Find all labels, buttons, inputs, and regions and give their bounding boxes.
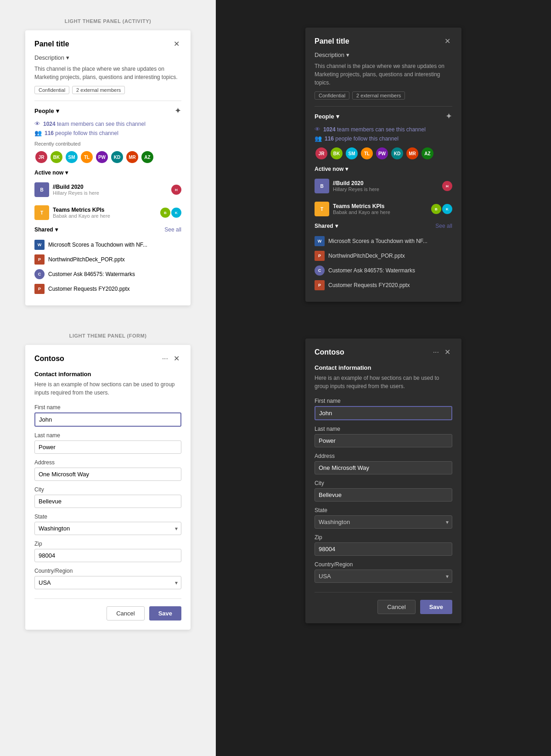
form-label-state: State: [34, 513, 181, 520]
dark-file-icon-word: W: [315, 236, 325, 246]
cancel-button-form[interactable]: Cancel: [107, 606, 144, 621]
dark-members-count-row: 👁 1024 team members can see this channel: [315, 126, 452, 133]
dark-activity-title-teams: Teams Metrics KPIs: [333, 203, 390, 209]
dark-contact-info-desc: Here is an example of how sections can b…: [315, 374, 452, 390]
more-options-button[interactable]: ···: [162, 355, 168, 363]
active-now-chevron-icon: ▾: [65, 169, 68, 176]
dark-form-group-zip: Zip: [315, 534, 452, 556]
dark-contoso-actions: ··· ✕: [433, 348, 452, 357]
dark-activity-sub-build: Hillary Reyes is here: [333, 186, 379, 192]
dark-add-people-button[interactable]: ✦: [445, 111, 452, 121]
dark-tag-external: 2 external members: [352, 91, 405, 100]
dark-form-input-address[interactable]: [315, 461, 452, 474]
activity-avatars-build: H: [171, 185, 181, 195]
activity-sub-teams: Babak and Kayo are here: [53, 213, 110, 219]
dark-activity-avatars-teams: B K: [431, 204, 452, 214]
dark-shared-chevron-icon: ▾: [335, 223, 338, 229]
tag-confidential: Confidential: [34, 86, 69, 94]
dark-country-select-wrapper: USA ▾: [315, 570, 452, 583]
file-item-4: P Customer Requests FY2020.pptx: [34, 282, 181, 296]
people-label[interactable]: People ▾: [34, 107, 59, 114]
save-button-form[interactable]: Save: [149, 606, 181, 621]
form-label-address: Address: [34, 459, 181, 466]
dark-form-select-state[interactable]: Washington: [315, 515, 452, 529]
form-input-lastname[interactable]: [34, 440, 181, 454]
form-input-address[interactable]: [34, 468, 181, 481]
close-button-form[interactable]: ✕: [172, 354, 181, 363]
form-label-firstname: First name: [34, 404, 181, 411]
dark-form-label-state: State: [315, 507, 452, 513]
file-name-3: Customer Ask 846575: Watermarks: [48, 271, 135, 277]
add-people-button[interactable]: ✦: [174, 106, 181, 116]
dark-form-input-city[interactable]: [315, 488, 452, 502]
members-count-link[interactable]: 1024 team members can see this channel: [43, 121, 146, 127]
dark-description-row[interactable]: Description ▾: [315, 51, 452, 58]
close-button[interactable]: ✕: [172, 39, 181, 49]
dark-tags-row: Confidential 2 external members: [315, 91, 452, 100]
dark-mini-avatar: H: [442, 181, 452, 191]
panel-title: Panel title: [34, 40, 69, 48]
dark-panel-title: Panel title: [315, 37, 349, 45]
form-select-state[interactable]: Washington: [34, 522, 181, 535]
form-input-zip[interactable]: [34, 549, 181, 562]
dark-form-group-state: State Washington ▾: [315, 507, 452, 529]
shared-label[interactable]: Shared ▾: [34, 226, 58, 233]
see-all-link[interactable]: See all: [164, 226, 181, 233]
activity-item-left: B //Build 2020 Hillary Reyes is here: [34, 182, 99, 197]
dark-shared-text: Shared: [315, 223, 333, 229]
dark-close-button[interactable]: ✕: [443, 37, 452, 46]
avatars-row: JR BK SM TL PW KD MR AZ: [34, 150, 181, 164]
avatar: SM: [65, 150, 79, 164]
dark-file-item-4: P Customer Requests FY2020.pptx: [315, 278, 452, 293]
active-now-row[interactable]: Active now ▾: [34, 169, 181, 176]
form-select-country[interactable]: USA: [34, 576, 181, 589]
dark-form-input-zip[interactable]: [315, 542, 452, 556]
dark-form-input-firstname[interactable]: [315, 406, 452, 420]
form-input-firstname[interactable]: [34, 412, 181, 427]
form-label-country: Country/Region: [34, 568, 181, 574]
tags-row: Confidential 2 external members: [34, 86, 181, 94]
dark-file-name-1: Microsoft Scores a Touchdown with NF...: [328, 238, 427, 244]
dark-avatar: BK: [330, 147, 343, 160]
dark-active-now-row[interactable]: Active now ▾: [315, 166, 452, 172]
dark-activity-avatars-build: H: [442, 181, 452, 191]
recently-contributed-label: Recently contributed: [34, 141, 181, 147]
dark-activity-info-teams: Teams Metrics KPIs Babak and Kayo are he…: [333, 203, 390, 215]
avatar: PW: [95, 150, 109, 164]
dark-activity-sub-teams: Babak and Kayo are here: [333, 209, 390, 215]
followers-count-link[interactable]: 116 people follow this channel: [45, 130, 118, 136]
dark-people-label[interactable]: People ▾: [315, 113, 339, 120]
dark-followers-icon: 👥: [315, 135, 322, 142]
file-icon-ppt2: P: [34, 284, 45, 294]
activity-item-build: B //Build 2020 Hillary Reyes is here H: [34, 181, 181, 199]
description-text: This channel is the place where we share…: [34, 65, 181, 81]
dark-cancel-button-form[interactable]: Cancel: [377, 600, 415, 614]
followers-count-row: 👥 116 people follow this channel: [34, 130, 181, 136]
dark-see-all-link[interactable]: See all: [435, 223, 452, 229]
dark-close-button-form[interactable]: ✕: [443, 348, 452, 357]
dark-form-input-lastname[interactable]: [315, 434, 452, 447]
avatar: KD: [110, 150, 124, 164]
dark-state-select-wrapper: Washington ▾: [315, 515, 452, 529]
dark-form-select-country[interactable]: USA: [315, 570, 452, 583]
form-input-city[interactable]: [34, 495, 181, 508]
contact-info-title: Contact information: [34, 371, 181, 378]
activity-item-left: T Teams Metrics KPIs Babak and Kayo are …: [34, 205, 110, 220]
dark-shared-label[interactable]: Shared ▾: [315, 223, 338, 229]
description-row[interactable]: Description ▾: [34, 54, 181, 61]
dark-form-label-firstname: First name: [315, 398, 452, 404]
dark-active-now-chevron-icon: ▾: [345, 166, 348, 172]
dark-activity-title-build: //Build 2020: [333, 180, 379, 186]
people-section-header: People ▾ ✦: [34, 106, 181, 116]
dark-activity-panel: Panel title ✕ Description ▾ This channel…: [305, 28, 461, 302]
dark-save-button-form[interactable]: Save: [420, 600, 452, 614]
panel-header: Panel title ✕: [34, 39, 181, 49]
dark-members-count-link[interactable]: 1024 team members can see this channel: [323, 126, 426, 133]
dark-form-label-country: Country/Region: [315, 561, 452, 568]
dark-followers-count-link[interactable]: 116 people follow this channel: [325, 135, 399, 142]
dark-file-icon-ppt2: P: [315, 280, 325, 290]
dark-file-name-4: Customer Requests FY2020.pptx: [328, 282, 410, 288]
dark-more-options-button[interactable]: ···: [433, 348, 439, 356]
dark-people-chevron-icon: ▾: [336, 113, 339, 120]
eye-icon: 👁: [34, 120, 40, 127]
